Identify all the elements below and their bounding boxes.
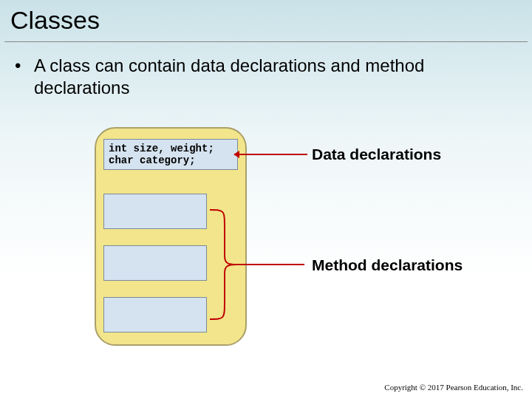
method-box-1 — [103, 194, 207, 229]
data-declarations-label: Data declarations — [312, 146, 441, 163]
data-arrow-icon — [239, 154, 307, 155]
data-declaration-box: int size, weight; char category; — [103, 139, 238, 170]
title-divider — [4, 41, 528, 42]
method-box-3 — [103, 297, 207, 332]
code-line-2: char category; — [109, 154, 196, 166]
method-declarations-label: Method declarations — [312, 256, 463, 274]
copyright-text: Copyright © 2017 Pearson Education, Inc. — [384, 383, 523, 392]
bullet-dot-icon: • — [15, 55, 21, 77]
page-title: Classes — [10, 6, 100, 35]
bullet-text: A class can contain data declarations an… — [34, 55, 510, 99]
code-line-1: int size, weight; — [109, 143, 214, 154]
method-box-2 — [103, 245, 207, 281]
method-bracket-icon — [207, 192, 310, 337]
bullet-item: • A class can contain data declarations … — [15, 55, 510, 99]
